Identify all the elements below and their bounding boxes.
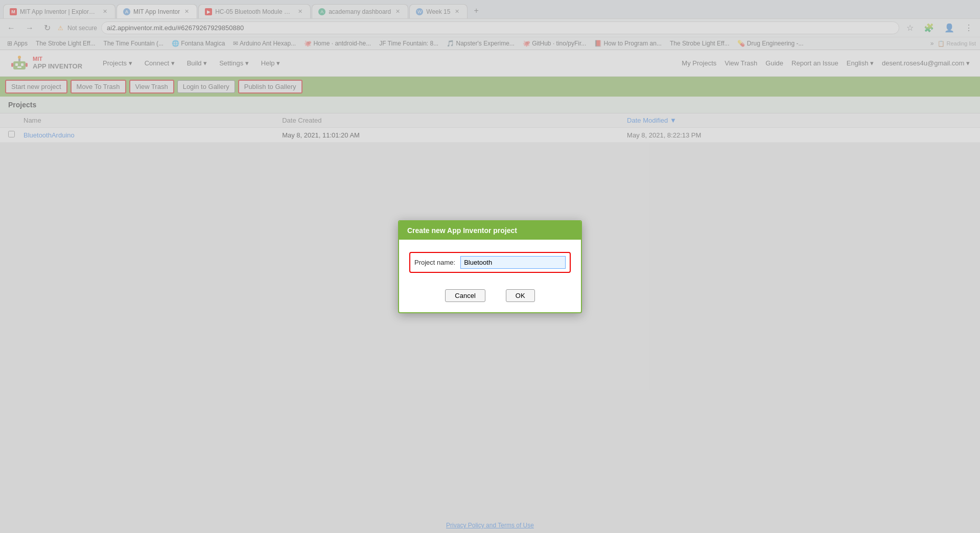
project-name-label: Project name: [414, 259, 455, 266]
modal-body: Project name: [399, 240, 581, 281]
cancel-button[interactable]: Cancel [445, 289, 485, 302]
project-name-form-row: Project name: [409, 252, 571, 273]
ok-button[interactable]: OK [506, 289, 535, 302]
create-project-modal: Create new App Inventor project Project … [398, 220, 582, 313]
modal-overlay: Create new App Inventor project Project … [0, 0, 980, 533]
project-name-input[interactable] [460, 256, 566, 269]
modal-buttons: Cancel OK [399, 281, 581, 312]
modal-title: Create new App Inventor project [399, 221, 581, 240]
